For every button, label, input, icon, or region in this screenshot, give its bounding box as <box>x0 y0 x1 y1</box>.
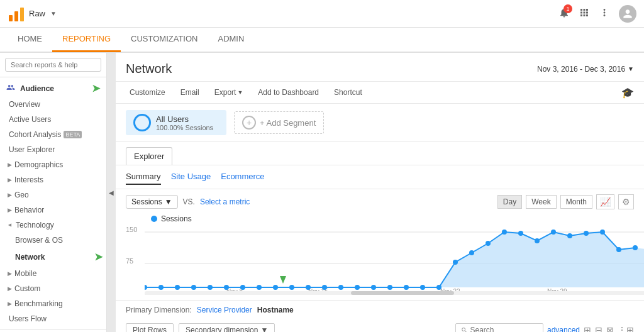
account-dropdown-icon[interactable]: ▼ <box>50 10 57 17</box>
content-header: Network Nov 3, 2016 - Dec 3, 2016 ▼ <box>116 53 644 82</box>
chart-scrollbar[interactable] <box>145 291 644 295</box>
search-input[interactable] <box>5 58 101 72</box>
secondary-dim-dropdown-icon: ▼ <box>260 326 268 332</box>
sidebar-audience-header[interactable]: Audience ➤ <box>0 77 106 97</box>
sessions-legend-dot <box>151 216 157 222</box>
date-range-picker[interactable]: Nov 3, 2016 - Dec 3, 2016 ▼ <box>537 65 634 74</box>
more-options-icon[interactable] <box>599 7 610 21</box>
svg-point-16 <box>224 285 229 290</box>
svg-point-30 <box>453 260 458 265</box>
add-segment-button[interactable]: + + Add Segment <box>234 111 324 134</box>
sessions-legend-label: Sessions <box>161 214 192 223</box>
svg-rect-2 <box>20 8 24 21</box>
plot-rows-button[interactable]: Plot Rows <box>126 323 174 332</box>
sidebar-item-overview[interactable]: Overview <box>0 97 106 112</box>
audience-icon <box>6 83 15 94</box>
date-range-dropdown-icon: ▼ <box>628 65 634 72</box>
technology-arrow-icon: ▼ <box>7 223 13 228</box>
y-label-75: 75 <box>126 257 133 265</box>
dimension-service-provider-link[interactable]: Service Provider <box>197 306 252 314</box>
sub-tab-summary[interactable]: Summary <box>126 169 161 185</box>
table-options-icon[interactable]: ⋮⊞ <box>618 325 634 332</box>
sub-tabs: Summary Site Usage Ecommerce <box>116 165 644 189</box>
table-search-input[interactable] <box>470 326 538 332</box>
svg-point-26 <box>387 285 392 290</box>
svg-point-38 <box>584 231 589 236</box>
sidebar-item-user-explorer[interactable]: User Explorer <box>0 142 106 157</box>
grid-view-icon[interactable]: ⊞ <box>584 325 591 332</box>
sidebar-item-browser-os[interactable]: Browser & OS <box>0 233 106 248</box>
chart-period-controls: Day Week Month 📈 ⚙ <box>497 194 634 209</box>
svg-point-36 <box>551 230 556 235</box>
secondary-dimension-select[interactable]: Secondary dimension ▼ <box>179 323 275 332</box>
sidebar-item-technology[interactable]: ▼ Technology <box>0 218 106 233</box>
notification-button[interactable]: 1 <box>558 7 570 20</box>
nav-admin[interactable]: ADMIN <box>208 27 254 52</box>
vs-label: VS. <box>183 197 195 206</box>
email-button[interactable]: Email <box>177 86 203 99</box>
period-week-button[interactable]: Week <box>526 195 556 209</box>
behavior-arrow-icon: ▶ <box>8 207 12 213</box>
svg-point-28 <box>420 285 425 290</box>
all-users-segment[interactable]: All Users 100.00% Sessions <box>126 110 226 135</box>
sidebar-item-interests[interactable]: ▶ Interests <box>0 172 106 187</box>
content-area: Network Nov 3, 2016 - Dec 3, 2016 ▼ Cust… <box>116 53 644 332</box>
svg-point-35 <box>535 238 540 243</box>
sidebar-item-demographics[interactable]: ▶ Demographics <box>0 157 106 172</box>
sub-tab-site-usage[interactable]: Site Usage <box>171 169 211 185</box>
sidebar-item-cohort-analysis[interactable]: Cohort Analysis BETA <box>0 127 106 142</box>
advanced-filter-link[interactable]: advanced <box>547 326 580 332</box>
mobile-arrow-icon: ▶ <box>8 270 12 277</box>
add-to-dashboard-button[interactable]: Add to Dashboard <box>254 86 323 99</box>
customize-button[interactable]: Customize <box>126 86 169 99</box>
sidebar-item-network[interactable]: Network ➤ <box>0 248 106 266</box>
add-segment-circle-icon: + <box>242 116 256 130</box>
nav-home[interactable]: HOME <box>8 27 52 52</box>
sidebar-item-geo[interactable]: ▶ Geo <box>0 187 106 202</box>
export-dropdown-icon: ▼ <box>237 89 243 96</box>
apps-grid-icon[interactable] <box>579 7 590 21</box>
table-controls-right: advanced ⊞ ⊟ ⊠ ⋮⊞ <box>455 323 634 332</box>
nav-customization[interactable]: CUSTOMIZATION <box>121 27 208 52</box>
segment-info: All Users 100.00% Sessions <box>156 114 213 131</box>
demographics-arrow-icon: ▶ <box>8 162 12 168</box>
dimension-hostname-link[interactable]: Hostname <box>257 306 294 314</box>
svg-point-27 <box>404 285 409 290</box>
period-day-button[interactable]: Day <box>497 195 522 209</box>
pivot-view-icon[interactable]: ⊠ <box>606 325 614 332</box>
svg-point-24 <box>355 285 360 290</box>
svg-point-39 <box>600 230 605 235</box>
chart-svg: Nov 8 Nov 15 Nov 22 Nov 29 <box>145 226 644 295</box>
sidebar-item-custom[interactable]: ▶ Custom <box>0 281 106 296</box>
help-mortarboard-icon[interactable]: 🎓 <box>621 87 634 99</box>
ga-logo-icon <box>8 5 25 23</box>
chart-scrollbar-handle[interactable] <box>351 291 454 295</box>
sidebar-item-benchmarking[interactable]: ▶ Benchmarking <box>0 296 106 311</box>
nav-bar: HOME REPORTING CUSTOMIZATION ADMIN <box>0 28 644 53</box>
nav-reporting[interactable]: REPORTING <box>52 27 121 52</box>
sub-tab-ecommerce[interactable]: Ecommerce <box>221 169 264 185</box>
svg-point-31 <box>469 250 474 255</box>
svg-point-20 <box>289 285 294 290</box>
sidebar-item-active-users[interactable]: Active Users <box>0 112 106 127</box>
shortcut-button[interactable]: Shortcut <box>330 86 366 99</box>
svg-point-41 <box>633 245 638 250</box>
line-chart-icon[interactable]: 📈 <box>596 194 614 209</box>
toolbar: Customize Email Export ▼ Add to Dashboar… <box>116 82 644 104</box>
svg-point-37 <box>567 233 572 238</box>
svg-rect-0 <box>9 15 13 21</box>
sidebar-collapse-button[interactable]: ◀ <box>107 53 116 332</box>
explorer-tab[interactable]: Explorer <box>126 147 172 165</box>
export-button[interactable]: Export ▼ <box>211 86 247 99</box>
sidebar-item-users-flow[interactable]: Users Flow <box>0 311 106 326</box>
user-avatar[interactable] <box>619 5 636 23</box>
comparison-view-icon[interactable]: ⊟ <box>595 325 602 332</box>
sidebar-item-mobile[interactable]: ▶ Mobile <box>0 266 106 281</box>
sidebar-item-behavior[interactable]: ▶ Behavior <box>0 202 106 218</box>
period-month-button[interactable]: Month <box>560 195 592 209</box>
metric-select-dropdown[interactable]: Sessions ▼ <box>126 195 178 209</box>
select-metric-link[interactable]: Select a metric <box>200 197 250 206</box>
svg-point-13 <box>175 285 180 290</box>
benchmarking-arrow-icon: ▶ <box>8 301 12 307</box>
bar-chart-icon[interactable]: ⚙ <box>618 194 634 209</box>
